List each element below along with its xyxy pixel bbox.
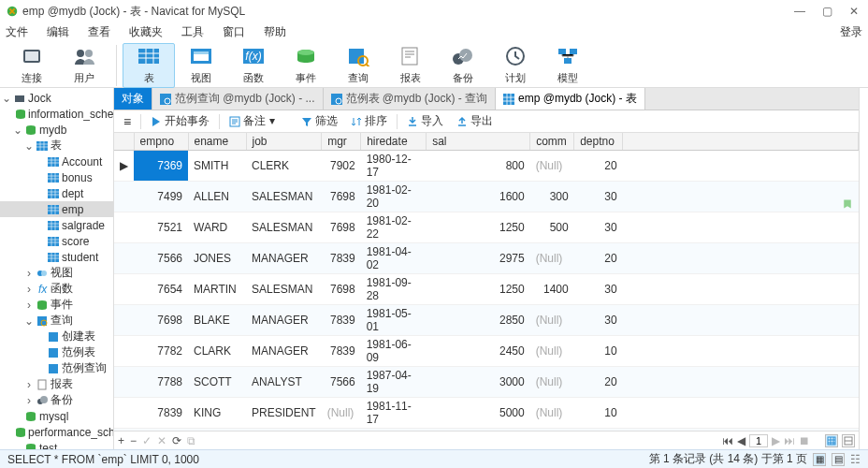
col-mgr[interactable]: mgr [322,133,361,151]
cell-mgr[interactable]: 7698 [322,182,361,212]
cell-mgr[interactable]: 7839 [322,336,361,367]
cell-deptno[interactable]: 30 [574,274,623,305]
cell-hiredate[interactable]: 1980-12-17 [361,151,427,182]
first-page-button[interactable]: ⏮ [722,434,733,447]
favorite-icon[interactable] [842,198,853,212]
table-row[interactable]: 7788SCOTTANALYST75661987-04-193000(Null)… [114,367,859,398]
col-deptno[interactable]: deptno [574,133,623,151]
cell-job[interactable]: ANALYST [246,367,322,398]
toolbar-backup[interactable]: 备份 [437,43,489,88]
expand-icon[interactable]: › [24,299,34,312]
toolbar-user[interactable]: 用户 [58,43,110,88]
cell-sal[interactable]: 3000 [427,367,530,398]
cell-mgr[interactable]: 7902 [322,151,361,182]
expand-icon[interactable]: ⌄ [24,314,34,328]
cell-comm[interactable]: 300 [530,182,574,212]
last-page-button[interactable]: ⏭ [784,434,795,447]
export-button[interactable]: 导出 [451,112,499,131]
table-row[interactable]: 7499ALLENSALESMAN76981981-02-20160030030 [114,182,859,212]
cell-empno[interactable]: 7566 [134,243,188,274]
cell-hiredate[interactable]: 1981-11-17 [361,398,427,429]
menu-收藏夹[interactable]: 收藏夹 [129,24,163,40]
cell-job[interactable]: MANAGER [246,243,322,274]
tree-table-dept[interactable]: dept [0,185,113,201]
note-button[interactable]: 备注 ▾ [224,112,280,131]
tree-backup[interactable]: ›备份 [0,392,113,408]
cell-comm[interactable]: (Null) [530,151,574,182]
cell-deptno[interactable]: 30 [574,182,623,212]
menu-编辑[interactable]: 编辑 [47,24,69,40]
toolbar-report[interactable]: 报表 [384,43,437,88]
add-row-button[interactable]: + [118,434,124,447]
cell-ename[interactable]: ALLEN [188,182,246,212]
expand-icon[interactable]: › [24,394,34,407]
tree-views[interactable]: ›视图 [0,265,113,281]
tree-table-bonus[interactable]: bonus [0,169,113,185]
cell-hiredate[interactable]: 1981-02-22 [361,212,427,243]
prev-page-button[interactable]: ◀ [737,434,745,447]
close-button[interactable]: ✕ [849,5,859,18]
layout-b-button[interactable]: ▤ [832,453,845,466]
cell-empno[interactable]: 7521 [134,212,188,243]
toolbar-view[interactable]: 视图 [175,43,227,88]
cell-empno[interactable]: 7369 [134,151,188,182]
cell-job[interactable]: MANAGER [246,305,322,336]
hex-button[interactable]: 十六进制 [282,112,294,131]
col-job[interactable]: job [246,133,322,151]
import-button[interactable]: 导入 [401,112,449,131]
expand-icon[interactable]: › [24,283,34,296]
col-comm[interactable]: comm [530,133,574,151]
layout-c-button[interactable]: ☷ [850,453,861,466]
cell-job[interactable]: MANAGER [246,336,322,367]
cell-hiredate[interactable]: 1981-05-01 [361,305,427,336]
stop-button[interactable]: ⧉ [187,434,195,447]
toolbar-event[interactable]: 事件 [280,43,332,88]
cell-hiredate[interactable]: 1981-04-02 [361,243,427,274]
cell-sal[interactable]: 2450 [427,336,530,367]
data-grid[interactable]: empnoenamejobmgrhiredatesalcommdeptno▶73… [114,133,859,431]
tab-emp[interactable]: emp @mydb (Jock) - 表 [496,88,645,110]
cell-mgr[interactable]: 7839 [322,305,361,336]
table-row[interactable]: 7698BLAKEMANAGER78391981-05-012850(Null)… [114,305,859,336]
tree-table-emp[interactable]: emp [0,201,113,217]
cell-mgr[interactable]: 7566 [322,367,361,398]
tree-func[interactable]: ›fx函数 [0,281,113,297]
cell-deptno[interactable]: 20 [574,243,623,274]
cell-empno[interactable]: 7698 [134,305,188,336]
cell-mgr[interactable]: (Null) [322,398,361,429]
toolbar-query[interactable]: 查询 [332,43,384,88]
object-tree[interactable]: ⌄Jockinformation_scher⌄mydb⌄表Accountbonu… [0,88,114,449]
expand-icon[interactable]: › [24,378,34,391]
cell-comm[interactable]: (Null) [530,243,574,274]
col-ename[interactable]: ename [188,133,246,151]
toolbar-model[interactable]: 模型 [542,43,594,88]
tab-q1[interactable]: 范例查询 @mydb (Jock) - ... [152,88,324,110]
tree-db-mysql[interactable]: mysql [0,408,113,424]
apply-button[interactable]: ✓ [142,434,152,447]
cell-hiredate[interactable]: 1981-06-09 [361,336,427,367]
sort-button[interactable]: 排序 [345,112,393,131]
page-stop-button[interactable]: ⏹ [799,434,810,447]
cell-ename[interactable]: BLAKE [188,305,246,336]
tree-schema[interactable]: information_scher [0,106,113,122]
expand-icon[interactable]: ⌄ [13,124,22,137]
layout-a-button[interactable]: ▦ [813,453,826,466]
cell-deptno[interactable]: 30 [574,212,623,243]
col-hiredate[interactable]: hiredate [361,133,427,151]
menu-帮助[interactable]: 帮助 [264,24,286,40]
cell-empno[interactable]: 7839 [134,398,188,429]
table-row[interactable]: ▶7369SMITHCLERK79021980-12-17800(Null)20 [114,151,859,182]
cell-deptno[interactable]: 10 [574,398,623,429]
tree-table-salgrade[interactable]: salgrade [0,217,113,233]
tree-event[interactable]: ›事件 [0,297,113,313]
cell-hiredate[interactable]: 1981-09-28 [361,274,427,305]
cell-comm[interactable]: (Null) [530,398,574,429]
cell-job[interactable]: PRESIDENT [246,398,322,429]
cell-mgr[interactable]: 7698 [322,274,361,305]
cell-ename[interactable]: WARD [188,212,246,243]
tree-db-test[interactable]: test [0,440,113,449]
cell-deptno[interactable]: 20 [574,367,623,398]
cell-ename[interactable]: MARTIN [188,274,246,305]
table-row[interactable]: 7839KINGPRESIDENT(Null)1981-11-175000(Nu… [114,398,859,429]
cell-deptno[interactable]: 10 [574,336,623,367]
